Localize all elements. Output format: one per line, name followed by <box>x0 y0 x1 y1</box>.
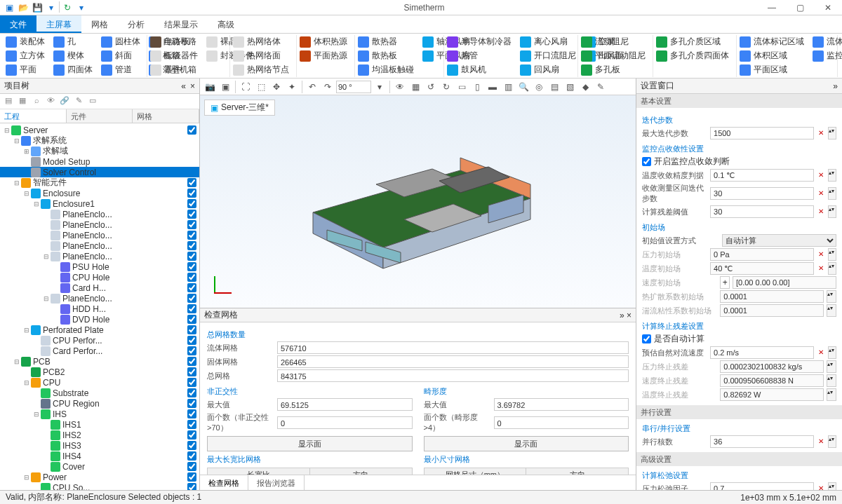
vt-view2-icon[interactable]: ▯ <box>470 80 484 94</box>
tree-node-Solver Control[interactable]: Solver Control <box>0 167 199 177</box>
tree-node-IHS[interactable]: ⊟IHS <box>0 409 199 419</box>
ribbon-平面[interactable]: 平面 <box>4 63 46 76</box>
expand-icon[interactable]: ⊟ <box>22 190 31 197</box>
tree-node-Model Setup[interactable]: Model Setup <box>0 156 199 167</box>
tree-node-IHS3[interactable]: IHS3 <box>0 440 199 451</box>
vt-rot2-icon[interactable]: ↻ <box>439 80 453 94</box>
vt-undo-icon[interactable]: ↶ <box>305 80 319 94</box>
menu-mesh[interactable]: 网格 <box>81 15 118 33</box>
node-checkbox[interactable] <box>187 388 196 397</box>
tree-node-智能元件[interactable]: ⊟智能元件 <box>0 177 199 188</box>
node-checkbox[interactable] <box>187 241 196 250</box>
tree-node-Perforated Plate[interactable]: ⊟Perforated Plate <box>0 325 199 335</box>
vt-grid-icon[interactable]: ▦ <box>408 80 422 94</box>
expand-icon[interactable]: ⊟ <box>13 137 21 144</box>
maximize-button[interactable]: ▢ <box>786 0 814 15</box>
tree-node-PlaneEnclo...[interactable]: PlaneEnclo... <box>0 209 199 219</box>
tree-node-Power[interactable]: ⊟Power <box>0 472 199 482</box>
panel-close-icon[interactable]: × <box>190 81 195 91</box>
node-checkbox[interactable] <box>187 315 196 324</box>
node-checkbox[interactable] <box>187 294 196 303</box>
node-checkbox[interactable] <box>187 210 196 219</box>
ribbon-散热板[interactable]: 散热板 <box>356 49 415 62</box>
node-checkbox[interactable] <box>187 252 196 261</box>
qat-refresh-icon[interactable]: ↻ <box>61 1 74 14</box>
node-checkbox[interactable] <box>187 451 196 461</box>
expand-icon[interactable]: ⊟ <box>42 253 51 260</box>
tree-tab-engineering[interactable]: 工程 <box>0 109 67 123</box>
ribbon-圆柱体[interactable]: 圆柱体 <box>100 35 142 48</box>
tree-node-CPU Hole[interactable]: CPU Hole <box>0 272 199 282</box>
relax-factor-input[interactable] <box>710 482 814 490</box>
tree-node-CPU Region[interactable]: CPU Region <box>0 398 199 409</box>
tree-node-CPU Perfor...[interactable]: CPU Perfor... <box>0 335 199 346</box>
menu-analysis[interactable]: 分析 <box>118 15 154 33</box>
ribbon-平面流动阻尼[interactable]: 平面流动阻尼 <box>580 49 647 62</box>
panel-collapse-icon[interactable]: « <box>181 81 186 91</box>
node-checkbox[interactable] <box>187 409 196 418</box>
node-checkbox[interactable] <box>187 336 196 345</box>
tree-node-CPU So...[interactable]: CPU So... <box>0 482 199 490</box>
menu-home[interactable]: 主屏幕 <box>36 15 81 33</box>
tree-node-IHS1[interactable]: IHS1 <box>0 419 199 430</box>
cores-input[interactable] <box>710 435 814 448</box>
tool-edit-icon[interactable]: ✎ <box>73 96 84 107</box>
expand-icon[interactable]: ⊟ <box>32 200 41 207</box>
node-checkbox[interactable] <box>187 178 196 187</box>
vt-axes-icon[interactable]: ✦ <box>285 80 299 94</box>
tool-expand-icon[interactable]: ▤ <box>3 96 14 107</box>
tree-node-Enclosure[interactable]: ⊟Enclosure <box>0 188 199 198</box>
ribbon-回风扇[interactable]: 回风扇 <box>519 63 577 76</box>
expand-icon[interactable]: ⊟ <box>13 358 21 365</box>
node-checkbox[interactable] <box>187 399 196 408</box>
ribbon-鼓风机[interactable]: 鼓风机 <box>446 63 513 76</box>
vt-angle-input[interactable] <box>336 81 371 93</box>
tree-node-PCB[interactable]: ⊟PCB <box>0 356 199 367</box>
vt-eye-icon[interactable]: 👁 <box>393 80 407 94</box>
ribbon-热管[interactable]: 热管 <box>446 49 513 62</box>
menu-file[interactable]: 文件 <box>0 15 36 33</box>
node-checkbox[interactable] <box>187 273 196 282</box>
ribbon-监控点[interactable]: 监控点 <box>811 49 842 62</box>
ribbon-流体标记点[interactable]: 流体标记点 <box>811 35 842 48</box>
vt-slice-icon[interactable]: ▥ <box>501 80 515 94</box>
node-checkbox[interactable] <box>187 420 196 429</box>
node-checkbox[interactable] <box>187 367 196 376</box>
node-checkbox[interactable] <box>187 220 196 229</box>
termresid-auto-checkbox[interactable] <box>642 334 651 343</box>
conv-resid-input[interactable] <box>710 205 814 218</box>
init-method-select[interactable]: 自动计算 <box>722 234 836 247</box>
tree-tab-parts[interactable]: 元件 <box>67 109 133 123</box>
tool-filter-icon[interactable]: ⌕ <box>31 96 42 107</box>
ribbon-体积热源[interactable]: 体积热源 <box>298 35 349 48</box>
ribbon-装配体[interactable]: 装配体 <box>4 35 46 48</box>
ribbon-均温板触碰[interactable]: 均温板触碰 <box>356 63 415 76</box>
tree-node-求解域[interactable]: ⊞求解域 <box>0 146 199 156</box>
spinner-icon[interactable]: ▴▾ <box>828 127 836 139</box>
bp-pin-icon[interactable]: » <box>620 311 624 320</box>
ribbon-体积区域[interactable]: 体积区域 <box>738 49 806 62</box>
tree-node-HDD H...[interactable]: HDD H... <box>0 304 199 314</box>
vt-fit-icon[interactable]: ⛶ <box>239 80 253 94</box>
tree-node-PlaneEnclo...[interactable]: PlaneEnclo... <box>0 230 199 240</box>
conv-enable-checkbox[interactable] <box>642 157 651 166</box>
node-checkbox[interactable] <box>187 441 196 450</box>
menu-advanced[interactable]: 高级 <box>208 15 244 33</box>
tree-node-Cover[interactable]: Cover <box>0 461 199 472</box>
close-button[interactable]: ✕ <box>814 0 842 15</box>
ribbon-多孔板[interactable]: 多孔板 <box>580 63 647 76</box>
qat-dropdown2-icon[interactable]: ▾ <box>75 1 88 14</box>
tree-tab-mesh[interactable]: 网格 <box>133 109 199 123</box>
tree-node-IHS2[interactable]: IHS2 <box>0 430 199 440</box>
show-skew-button[interactable]: 显示面 <box>424 436 629 451</box>
node-checkbox[interactable] <box>187 325 196 334</box>
node-checkbox[interactable] <box>187 378 196 387</box>
tree-node-PCB2[interactable]: PCB2 <box>0 367 199 377</box>
vel-btn-icon[interactable]: + <box>720 276 730 289</box>
node-checkbox[interactable] <box>187 262 196 271</box>
vt-camera-icon[interactable]: 📷 <box>203 80 217 94</box>
ribbon-电路板[interactable]: 电路板 <box>149 35 199 48</box>
tree-node-PSU Hole[interactable]: PSU Hole <box>0 261 199 272</box>
node-checkbox[interactable] <box>187 304 196 313</box>
ribbon-楔体[interactable]: 楔体 <box>52 49 94 62</box>
